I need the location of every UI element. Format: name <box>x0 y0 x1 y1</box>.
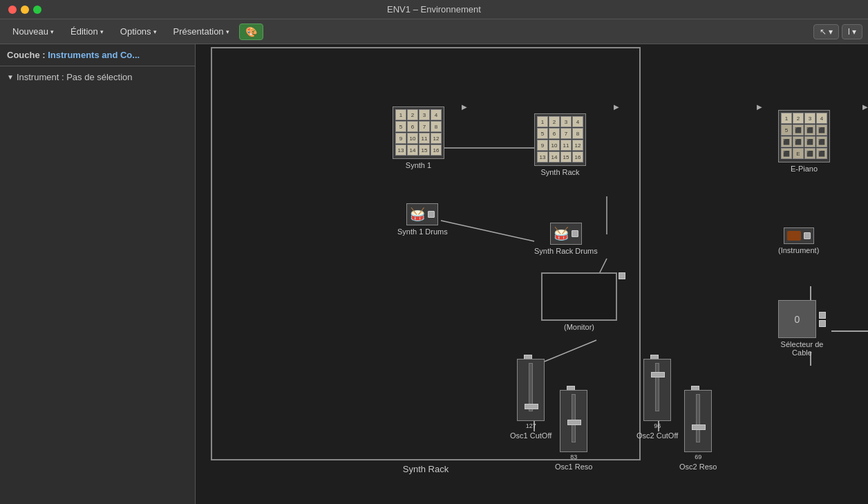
window-title: ENV1 – Environnement <box>387 4 481 15</box>
synth1-module[interactable]: 1 2 3 4 5 6 7 8 9 10 11 12 <box>393 106 444 169</box>
epiano-label: E-Piano <box>791 165 818 173</box>
osc2-reso-label: Osc2 Reso <box>679 463 717 471</box>
synth-rack-label: Synth Rack <box>540 168 579 176</box>
main-layout: Couche : Instruments and Co... ▼ Instrum… <box>0 44 868 504</box>
synth1-drums-module[interactable]: 🥁 Synth 1 Drums <box>397 203 448 236</box>
synth-rack-grid: 1 2 3 4 5 6 7 8 9 10 11 12 <box>534 113 586 166</box>
monitor-label: (Monitor) <box>564 323 594 331</box>
cable-out-port2 <box>819 320 826 327</box>
synth-rack-drums-label: Synth Rack Drums <box>534 247 598 255</box>
titlebar: ENV1 – Environnement <box>0 0 868 19</box>
epiano-grid: 1 2 3 4 5 ⬛ ⬛ ⬛ ⬛ ⬛ ⬛ ⬛ ⬛ <box>778 110 830 162</box>
traffic-lights <box>8 6 41 14</box>
play-indicator-4: ▶ <box>862 103 868 111</box>
couche-selector[interactable]: Couche : Instruments and Co... <box>0 44 195 66</box>
menubar: Nouveau ▾ Édition ▾ Options ▾ Présentati… <box>0 19 868 44</box>
synth-rack-drums-module[interactable]: 🥁 Synth Rack Drums <box>534 223 598 255</box>
instrument-label: (Instrument) <box>778 246 819 254</box>
osc2-cutoff-fader[interactable] <box>643 359 671 421</box>
osc2-cutoff-value: 96 <box>654 422 661 429</box>
osc1-cutoff-value: 127 <box>526 422 536 429</box>
epiano-module[interactable]: 1 2 3 4 5 ⬛ ⬛ ⬛ ⬛ ⬛ ⬛ ⬛ ⬛ <box>778 110 830 173</box>
osc1-cutoff-module[interactable]: 127 Osc1 CutOff <box>510 359 551 440</box>
synth-rack-frame-label: Synth Rack <box>403 464 449 474</box>
cable-selector-box: 0 <box>778 300 816 338</box>
osc2-reso-module[interactable]: 69 Osc2 Reso <box>679 390 717 471</box>
osc2-reso-value: 69 <box>695 454 701 460</box>
osc2-reso-handle[interactable] <box>692 424 706 430</box>
cable-out-port1 <box>819 312 826 319</box>
presentation-menu[interactable]: Présentation ▾ <box>167 24 236 39</box>
osc1-reso-value: 83 <box>570 454 577 460</box>
monitor-out-port <box>619 272 625 279</box>
edition-menu[interactable]: Édition ▾ <box>64 24 111 39</box>
synth1-drums-box: 🥁 <box>406 203 438 225</box>
play-indicator-1: ▶ <box>462 103 467 111</box>
osc1-reso-label: Osc1 Reso <box>555 463 592 471</box>
close-button[interactable] <box>8 6 17 14</box>
canvas-area[interactable]: Synth Rack ▶ ▶ ▶ ▶ 1 2 3 4 5 6 7 8 <box>196 44 868 504</box>
instrument-selector[interactable]: ▼ Instrument : Pas de sélection <box>0 66 195 88</box>
osc1-cutoff-label: Osc1 CutOff <box>510 431 551 440</box>
instrument-module[interactable]: (Instrument) <box>778 227 819 254</box>
osc1-cutoff-fader[interactable] <box>517 359 545 421</box>
osc1-reso-handle[interactable] <box>567 420 581 425</box>
osc1-reso-fader[interactable] <box>560 390 587 452</box>
play-indicator-3: ▶ <box>614 103 619 111</box>
maximize-button[interactable] <box>33 6 41 14</box>
osc1-cutoff-handle[interactable] <box>525 404 538 409</box>
color-button[interactable]: 🎨 <box>239 24 263 40</box>
synth1-label: Synth 1 <box>406 161 431 169</box>
monitor-module[interactable]: (Monitor) <box>541 272 617 331</box>
monitor-box <box>541 272 617 321</box>
cable-selector-module[interactable]: 0 Sélecteur deCable <box>778 300 826 357</box>
play-indicator-2: ▶ <box>757 103 762 111</box>
synth1-drums-label: Synth 1 Drums <box>397 227 448 236</box>
text-tool[interactable]: I ▾ <box>842 24 862 39</box>
nouveau-menu[interactable]: Nouveau ▾ <box>6 24 61 39</box>
cursor-tools: ↖ ▾ I ▾ <box>813 24 862 39</box>
cable-selector-label: Sélecteur deCable <box>781 340 824 357</box>
osc2-reso-fader[interactable] <box>684 390 712 452</box>
osc2-cutoff-label: Osc2 CutOff <box>636 431 678 440</box>
synth-rack-module[interactable]: 1 2 3 4 5 6 7 8 9 10 11 12 <box>534 113 586 176</box>
options-menu[interactable]: Options ▾ <box>113 24 164 39</box>
synth1-grid: 1 2 3 4 5 6 7 8 9 10 11 12 <box>393 106 444 159</box>
instrument-box <box>784 227 814 244</box>
osc2-cutoff-module[interactable]: 96 Osc2 CutOff <box>636 359 678 440</box>
synth-rack-drums-box: 🥁 <box>550 223 582 245</box>
instrument-arrow: ▼ <box>7 73 14 81</box>
minimize-button[interactable] <box>21 6 29 14</box>
osc2-cutoff-handle[interactable] <box>651 372 665 377</box>
arrow-tool[interactable]: ↖ ▾ <box>813 24 839 39</box>
sidebar: Couche : Instruments and Co... ▼ Instrum… <box>0 44 196 504</box>
osc1-reso-module[interactable]: 83 Osc1 Reso <box>555 390 592 471</box>
